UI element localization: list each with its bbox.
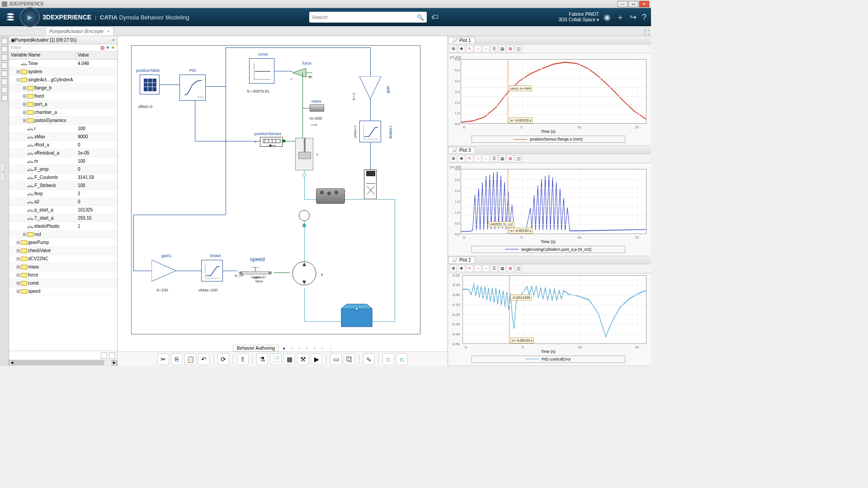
search-input[interactable] [312,14,417,20]
tree-row[interactable]: ⊞mass [9,263,117,271]
block-mass[interactable] [310,104,324,112]
page-dots[interactable]: ● ○ ○ ○ ○ ○ [283,346,325,351]
zoom-fit-icon[interactable]: ✥ [458,45,465,52]
undo-icon[interactable]: ↶ [198,353,210,365]
behavior-label[interactable]: Behavior Authoring [233,345,279,352]
search-box[interactable]: 🔍 [309,12,427,23]
profile-icon[interactable]: ◉ [604,12,611,22]
tree-expand-icon[interactable]: ⊞ [22,102,27,107]
plot-tool-icon[interactable]: ⊠ [507,155,514,162]
tree-row[interactable]: ⊞dCV22NC [9,255,117,263]
block-limiter[interactable] [201,260,223,282]
tree-body[interactable]: Time4.048⊞system⊟singleAct…gCylinderA⊞fl… [9,60,117,351]
tree-row[interactable]: ⊞chamber_a [9,108,117,117]
tree-row[interactable]: ⊞system [9,68,117,76]
tree-row[interactable]: ⊞checkValve [9,247,117,255]
rail-icon[interactable] [1,95,8,101]
diagram-canvas[interactable]: positionTable offset=0 PID PID const k=-… [131,45,420,334]
tree-row[interactable]: ⊞fixed [9,92,117,100]
tree-expand-icon[interactable]: ⊞ [22,232,27,237]
tree-row[interactable]: ⊞const [9,279,117,287]
rail-icon[interactable] [1,62,8,69]
block-gain1[interactable] [151,260,176,282]
tree-row[interactable]: F_prop0 [9,165,117,174]
block-gear-pump[interactable] [290,259,319,288]
plot-tool-icon[interactable]: ▤ [499,265,506,272]
link2-icon[interactable]: ⎌ [396,353,408,365]
rail-icon[interactable] [1,79,8,85]
plot-tool-icon[interactable]: ⍀ [474,265,481,272]
plot-tool-icon[interactable]: ⍀ [474,155,481,162]
tree-row[interactable]: ⊞speed [9,287,117,296]
plot-tool-icon[interactable]: ← [482,265,490,272]
block-position-sensor[interactable] [260,137,283,147]
tree-tool-icon[interactable] [109,352,115,359]
tree-row[interactable]: s00 [9,198,117,206]
tree-expand-icon[interactable]: ⊞ [22,94,27,99]
tree-expand-icon[interactable]: ⊞ [15,248,21,253]
check-icon[interactable]: ▦ [283,353,295,365]
plot-tool-icon[interactable]: ☰ [491,265,498,272]
scroll-thumb[interactable] [14,361,104,365]
tree-row[interactable]: Time4.048 [9,60,117,68]
expand-icon[interactable]: ⛶ [644,29,649,36]
tree-expand-icon[interactable]: ⊞ [15,69,21,74]
tree-row[interactable]: sMax9000 [9,133,117,141]
plot-tool-icon[interactable]: ◫ [515,155,522,162]
tree-row[interactable]: ⊞force [9,271,117,279]
rail-icon[interactable] [1,87,8,93]
tree-row[interactable]: fexp2 [9,190,117,198]
export-icon[interactable]: ⇪ [237,353,249,365]
chart-3[interactable]: 448551 N_m2 x= 4.05233 s [461,169,646,234]
plot-tool-icon[interactable]: ✎ [466,265,473,272]
plot-tool-icon[interactable]: ✎ [466,155,473,162]
copy-icon[interactable]: ⎘ [171,353,183,365]
cursor-line[interactable] [509,276,509,343]
tree-row[interactable]: vResidual_a1e-05 [9,149,117,157]
tree-row[interactable]: r100 [9,125,117,133]
block-cylinder[interactable] [295,138,313,170]
chevron-down-icon[interactable]: ⌄ [329,346,332,351]
block-valve[interactable] [364,169,377,199]
plot-tool-icon[interactable]: ▤ [499,45,506,52]
rail-icon[interactable] [1,38,8,44]
chart-1[interactable]: 3021.14 mm x= 4.05233 s [461,59,646,124]
help-icon[interactable]: ? [642,13,646,22]
tree-expand-icon[interactable]: ⊞ [15,289,21,294]
cursor-line[interactable] [508,60,508,123]
tree-expand-icon[interactable]: ⊞ [15,264,21,269]
plot-tool-icon[interactable]: ☰ [491,155,498,162]
search-icon[interactable]: 🔍 [417,14,424,21]
plot-tool-icon[interactable]: ← [482,155,490,162]
tree-expand-icon[interactable]: ⊞ [15,272,21,277]
plot-tool-icon[interactable]: ⍀ [474,45,481,52]
tag-icon[interactable]: 🏷 [431,13,439,21]
tree-row[interactable]: T_start_a293.15 [9,214,117,222]
plot-tool-icon[interactable]: ☰ [491,45,498,52]
tree-row[interactable]: ⊞flange_b [9,84,117,92]
add-icon[interactable]: ＋ [616,12,624,23]
tree-expand-icon[interactable]: ⊞ [15,240,21,245]
rail-icon[interactable] [1,54,8,61]
filter-icon[interactable]: ▼ [111,45,115,50]
minimize-button[interactable]: — [618,1,627,7]
close-panel-icon[interactable]: ✕ [112,38,115,42]
tree-expand-icon[interactable]: ⊞ [22,118,27,123]
tree-row[interactable]: F_Stribeck100 [9,182,117,190]
play-icon[interactable]: ▶ [311,353,322,365]
plot-tab[interactable]: 📈Plot 2 [448,257,475,263]
tree-tool-icon[interactable] [101,352,107,359]
block-check-valve[interactable] [299,210,310,221]
window-icon[interactable]: ▭ [330,353,342,365]
plot-tool-icon[interactable]: ⊠ [507,45,514,52]
block-tank[interactable] [340,302,374,328]
tree-row[interactable]: F_Coulomb3141.59 [9,174,117,182]
plot-tool-icon[interactable]: ⚙ [450,45,457,52]
tree-expand-icon[interactable]: ⊞ [22,85,27,90]
tree-expand-icon[interactable]: ⊟ [15,77,21,82]
plot-tool-icon[interactable]: ▤ [499,155,506,162]
maximize-button[interactable]: ▭ [628,1,638,7]
curve-icon[interactable]: ∿ [363,353,375,365]
chart-2[interactable]: -0.0211429 x= 4.05233 s [462,275,646,344]
close-button[interactable]: ✕ [639,1,649,7]
